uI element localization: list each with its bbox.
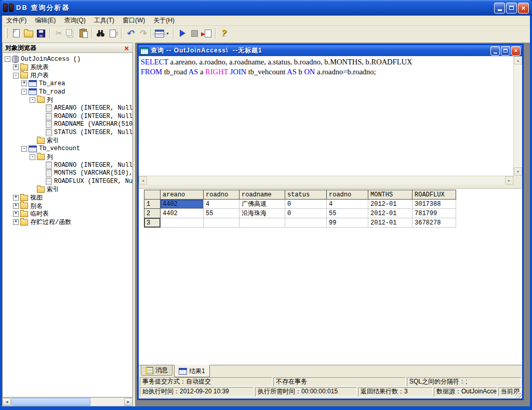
grid-cell[interactable]: 0 [285, 200, 327, 209]
export-results-button[interactable] [201, 27, 213, 39]
tree-item[interactable]: ROADNO (INTEGER, Null [3, 161, 132, 169]
copy-button[interactable] [64, 27, 77, 39]
run-button[interactable] [176, 27, 188, 39]
grid-row-header[interactable]: 3 [144, 218, 161, 228]
tree-item[interactable]: -Tb_vehcount [3, 145, 132, 153]
collapse-icon[interactable]: - [21, 89, 27, 95]
tree-item[interactable]: +Tb_area [3, 80, 132, 88]
grid-column-header[interactable]: MONTHS [368, 190, 413, 200]
cut-button[interactable]: ✂ [52, 27, 64, 39]
tree-item[interactable]: +存贮过程/函数 [3, 218, 132, 227]
tree-item[interactable]: AREANO (INTEGER, Null [3, 104, 132, 112]
tree-item[interactable]: ROADNO (INTEGER, Null [3, 112, 132, 121]
grid-cell[interactable]: 4 [327, 200, 368, 209]
tree-item[interactable]: -用户表 [3, 71, 132, 80]
tab-messages[interactable]: 消息 [141, 365, 172, 376]
tree-item[interactable]: ROADNAME (VARCHAR(510 [3, 121, 132, 129]
tree-item[interactable]: +别名 [3, 202, 132, 210]
expand-icon[interactable]: + [21, 81, 27, 86]
grid-row-header[interactable]: 2 [144, 209, 161, 218]
grid-column-header[interactable]: roadname [240, 190, 285, 200]
grid-cell[interactable]: 广佛高速 [240, 200, 285, 209]
panel-close-icon[interactable]: × [123, 44, 130, 52]
tree-item[interactable]: -OutJoinAccess () [3, 55, 132, 63]
grid-cell[interactable] [204, 218, 240, 228]
collapse-icon[interactable]: - [5, 56, 10, 62]
menu-edit[interactable]: 编辑(E) [31, 15, 60, 26]
grid-cell[interactable]: 3678278 [413, 218, 456, 228]
new-file-button[interactable] [10, 27, 22, 39]
minimize-button[interactable] [494, 3, 505, 14]
tree-item[interactable]: ROADFLUX (INTEGER, Nu [3, 177, 132, 186]
stop-button[interactable] [188, 27, 201, 39]
grid-cell[interactable]: 0 [285, 209, 327, 218]
find-button[interactable] [94, 27, 107, 39]
replace-button[interactable] [107, 27, 119, 39]
tree-item[interactable]: 索引 [3, 137, 132, 145]
grid-cell[interactable]: 2012-01 [368, 209, 413, 218]
scroll-down-icon[interactable]: ▼ [514, 167, 522, 176]
tree-item[interactable]: -列 [3, 153, 132, 161]
resize-grip[interactable] [515, 391, 522, 399]
grid-column-header[interactable]: ROADFLUX [413, 190, 456, 200]
scroll-up-icon[interactable]: ▲ [514, 56, 522, 64]
menu-about[interactable]: 关于(H) [149, 15, 179, 26]
grid-column-header[interactable]: areano [161, 190, 204, 200]
expand-icon[interactable]: + [13, 211, 19, 217]
tree-item[interactable]: +系统表 [3, 63, 132, 72]
collapse-icon[interactable]: - [30, 154, 35, 160]
scroll-left-icon[interactable]: ◄ [139, 176, 147, 184]
scroll-right-icon[interactable]: ► [505, 176, 513, 184]
grid-cell[interactable]: 沿海珠海 [240, 209, 285, 218]
grid-cell[interactable]: 2012-01 [368, 218, 413, 228]
query-maximize-button[interactable] [501, 46, 510, 56]
query-close-button[interactable]: × [511, 46, 521, 56]
collapse-icon[interactable]: - [21, 146, 27, 152]
undo-button[interactable]: ↶ [124, 27, 136, 39]
editor-vscrollbar[interactable]: ▲ ▼ [513, 56, 522, 176]
tree-item[interactable]: -列 [3, 96, 132, 104]
tree-item[interactable]: STATUS (INTEGER, Null [3, 128, 132, 137]
tree-item[interactable]: +临时表 [3, 210, 132, 218]
tree-item[interactable]: -Tb_road [3, 88, 132, 96]
collapse-icon[interactable]: - [30, 97, 35, 103]
menu-file[interactable]: 文件(F) [2, 15, 31, 26]
editor-hscrollbar[interactable]: ◄ ► [139, 176, 513, 184]
save-button[interactable] [35, 27, 47, 39]
menu-tools[interactable]: 工具(T) [90, 15, 118, 26]
tree-hscrollbar[interactable]: ◄ ► [2, 398, 133, 406]
menu-window[interactable]: 窗口(W) [118, 15, 149, 26]
tab-results-grid[interactable]: 结果1 [174, 365, 210, 377]
collapse-icon[interactable]: - [13, 73, 19, 78]
tree-item[interactable]: MONTHS (VARCHAR(510), [3, 169, 132, 178]
redo-button[interactable]: ↷ [136, 27, 149, 39]
sql-editor[interactable]: SELECT a.areano, a.roadno, a.roadname, a… [139, 56, 522, 184]
sql-text[interactable]: SELECT a.areano, a.roadno, a.roadname, a… [139, 56, 513, 176]
grid-cell[interactable]: 99 [327, 218, 368, 228]
help-button[interactable]: ? [218, 27, 230, 39]
paste-button[interactable] [77, 27, 89, 39]
menu-query[interactable]: 查询(Q) [60, 15, 89, 26]
grid-column-header[interactable]: status [285, 190, 327, 200]
grid-cell[interactable]: 781799 [413, 209, 456, 218]
expand-icon[interactable]: + [13, 219, 19, 225]
close-button[interactable]: × [518, 3, 529, 14]
maximize-button[interactable] [506, 3, 517, 14]
grid-cell[interactable]: 3017388 [413, 200, 456, 209]
grid-cell[interactable]: 2012-01 [368, 200, 413, 209]
grid-cell[interactable]: 55 [327, 209, 368, 218]
grid-cell[interactable] [285, 218, 327, 228]
grid-cell[interactable] [161, 218, 204, 228]
expand-icon[interactable]: + [13, 203, 19, 209]
grid-cell[interactable]: 4402 [161, 209, 204, 218]
tree-item[interactable]: +视图 [3, 194, 132, 202]
dropdown-arrow-icon[interactable]: ▼ [166, 32, 169, 35]
editor-results-splitter[interactable] [139, 184, 522, 188]
grid-cell[interactable]: 4402 [161, 200, 204, 209]
query-minimize-button[interactable] [490, 46, 500, 56]
grid-corner-cell[interactable] [144, 190, 161, 200]
grid-column-header[interactable]: roadno [204, 190, 240, 200]
grid-cell[interactable]: 4 [204, 200, 240, 209]
grid-row-header[interactable]: 1 [144, 200, 161, 209]
open-file-button[interactable] [22, 27, 35, 39]
